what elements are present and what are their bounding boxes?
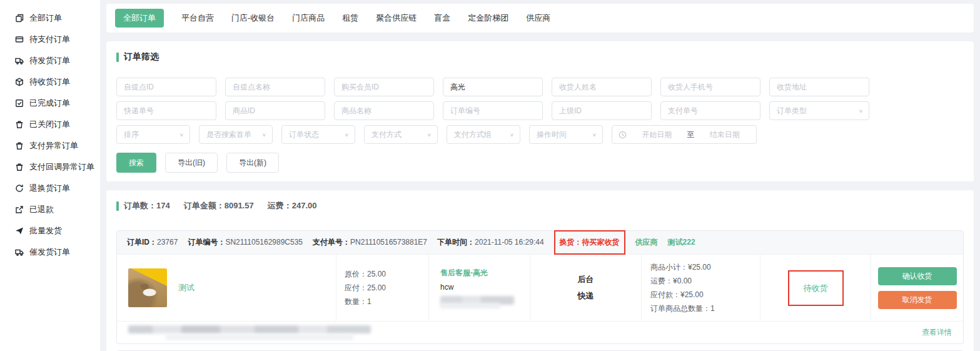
order-id-label: 订单ID：: [127, 238, 157, 247]
chevron-down-icon: ∨: [592, 132, 597, 138]
order-card: 订单ID：23767 订单编号：SN211105162989C535 支付单号：…: [116, 230, 964, 344]
tab-supplier[interactable]: 供应商: [526, 13, 550, 24]
product-id-input[interactable]: [225, 101, 325, 120]
callback-error-bin-icon: [15, 163, 24, 171]
sidebar-item-pending-receipt[interactable]: 待收货订单: [0, 71, 100, 93]
tab-supply-chain[interactable]: 聚合供应链: [376, 13, 417, 24]
amount-label: 订单金额：: [184, 201, 225, 210]
sort-select-label: 排序: [124, 130, 139, 140]
exchange-status-annotation-box: 换货：待买家收货: [554, 230, 625, 255]
pay-no-label: 支付单号：: [313, 238, 350, 247]
payment-no-input[interactable]: [660, 101, 760, 120]
filter-row-2: 订单类型 ∨: [116, 101, 964, 120]
order-no-input[interactable]: [443, 101, 543, 120]
tab-store-goods[interactable]: 门店商品: [292, 13, 325, 24]
tab-deposit-ladder[interactable]: 定金阶梯团: [468, 13, 508, 24]
order-status-badge: 待收货: [804, 283, 828, 293]
order-status-select[interactable]: 订单状态 ∨: [281, 125, 355, 144]
pay-method-group-select[interactable]: 支付方式组 ∨: [447, 125, 520, 144]
closed-bin-icon: [15, 120, 24, 129]
op-time-select[interactable]: 操作时间 ∨: [529, 125, 603, 144]
receiver-phone-input[interactable]: [660, 78, 760, 96]
total-quantity: 订单商品总数量：1: [650, 303, 760, 314]
chevron-down-icon: ∨: [859, 108, 863, 114]
chevron-down-icon: ∨: [262, 132, 266, 138]
order-card-header: 订单ID：23767 订单编号：SN211105162989C535 支付单号：…: [117, 231, 963, 255]
sidebar-item-pending-shipment[interactable]: 待发货订单: [0, 50, 100, 71]
orders-all-icon: [15, 14, 24, 23]
payable-price: 应付：25.00: [345, 283, 428, 293]
sidebar-item-completed[interactable]: 已完成订单: [0, 93, 100, 114]
tab-blind-box[interactable]: 盲盒: [434, 13, 450, 24]
first-order-select[interactable]: 是否搜索首单 ∨: [199, 125, 273, 144]
sidebar-item-label: 批量发货: [29, 225, 62, 237]
batch-send-plane-icon: [15, 226, 24, 235]
delivery-column: 后台 快递: [530, 255, 641, 321]
date-start-placeholder: 开始日期: [632, 130, 682, 140]
search-button[interactable]: 搜索: [116, 153, 156, 173]
pickup-id-input[interactable]: [116, 78, 216, 96]
status-annotation-box: 待收货: [788, 270, 844, 306]
amount-payable: 应付款：¥25.00: [650, 290, 760, 300]
filter-panel: 订单筛选 订单类型 ∨ 排序 ∨: [106, 41, 974, 181]
product-image[interactable]: [128, 268, 167, 307]
pickup-name-input[interactable]: [225, 78, 325, 96]
sidebar-item-refunded[interactable]: 已退款: [0, 199, 100, 220]
order-no-label: 订单编号：: [188, 238, 225, 247]
order-status-select-label: 订单状态: [289, 130, 319, 140]
tracking-no-input[interactable]: [116, 101, 216, 120]
export-new-button[interactable]: 导出(新): [226, 153, 279, 173]
original-price: 原价：25.00: [345, 269, 428, 280]
sidebar-item-label: 待发货订单: [29, 55, 70, 66]
view-detail-link[interactable]: 查看详情: [922, 327, 952, 338]
sidebar-item-payment-error[interactable]: 支付异常订单: [0, 135, 100, 156]
export-old-button[interactable]: 导出(旧): [165, 153, 218, 173]
parent-id-input[interactable]: [552, 101, 652, 120]
refunded-share-icon: [15, 205, 24, 214]
sidebar-item-batch-shipment[interactable]: 批量发货: [0, 220, 100, 242]
redacted-contact-blur-shadow: [440, 303, 500, 308]
product-name-link[interactable]: 测试: [178, 282, 194, 293]
sidebar-item-callback-error[interactable]: 支付回调异常订单: [0, 156, 100, 178]
filter-buttons-row: 搜索 导出(旧) 导出(新): [116, 153, 964, 173]
totals-column: 商品小计：¥25.00 运费：¥0.00 应付款：¥25.00 订单商品总数量：…: [641, 255, 760, 321]
date-range-picker[interactable]: 开始日期 至 结束日期: [612, 125, 757, 144]
pay-method-select[interactable]: 支付方式 ∨: [364, 125, 438, 144]
supplier-name: 测试222: [668, 237, 695, 248]
sidebar-item-label: 已完成订单: [29, 98, 70, 109]
member-keyword-input[interactable]: [443, 78, 543, 96]
tab-lease[interactable]: 租赁: [342, 13, 358, 24]
order-time-value: 2021-11-05 16:29:44: [475, 238, 544, 247]
clock-icon: [619, 131, 627, 139]
sidebar-item-closed[interactable]: 已关闭订单: [0, 114, 100, 135]
sidebar: 全部订单 待支付订单 待发货订单 待收货订单 已完成订单 已关闭订单 支付异常订…: [0, 0, 100, 351]
tab-all-orders[interactable]: 全部订单: [115, 9, 164, 28]
receiver-name-input[interactable]: [552, 78, 652, 96]
tab-store-cashier[interactable]: 门店-收银台: [231, 13, 275, 24]
freight-total: 运费：¥0.00: [650, 276, 760, 287]
sidebar-item-label: 已关闭订单: [29, 119, 70, 130]
sidebar-item-pending-payment[interactable]: 待支付订单: [0, 29, 100, 50]
product-name-input[interactable]: [334, 101, 434, 120]
sidebar-item-all-orders[interactable]: 全部订单: [0, 8, 100, 29]
tab-platform-self[interactable]: 平台自营: [181, 13, 214, 24]
sidebar-item-returns[interactable]: 退换货订单: [0, 178, 100, 199]
cancel-shipment-button[interactable]: 取消发货: [878, 291, 957, 309]
order-time-field: 下单时间：2021-11-05 16:29:44: [437, 237, 544, 248]
receiver-address-input[interactable]: [769, 78, 869, 96]
pending-shipment-truck-icon: [15, 56, 24, 65]
sidebar-item-urge-shipment[interactable]: 催发货订单: [0, 242, 100, 263]
order-count-value: 174: [156, 201, 170, 210]
order-type-select-label: 订单类型: [777, 106, 807, 116]
sort-select[interactable]: 排序 ∨: [116, 125, 190, 144]
payment-error-bin-icon: [15, 141, 24, 150]
summary-order-count: 订单数：174: [124, 200, 170, 211]
sidebar-item-label: 催发货订单: [29, 247, 70, 258]
order-type-select[interactable]: 订单类型 ∨: [769, 101, 869, 120]
exchange-status-text: 换货：待买家收货: [560, 237, 620, 248]
supplier-label: 供应商: [635, 237, 658, 248]
amount-value: 8091.57: [225, 201, 254, 210]
member-id-input[interactable]: [334, 78, 434, 96]
order-time-label: 下单时间：: [437, 238, 475, 247]
confirm-receipt-button[interactable]: 确认收货: [878, 267, 957, 285]
